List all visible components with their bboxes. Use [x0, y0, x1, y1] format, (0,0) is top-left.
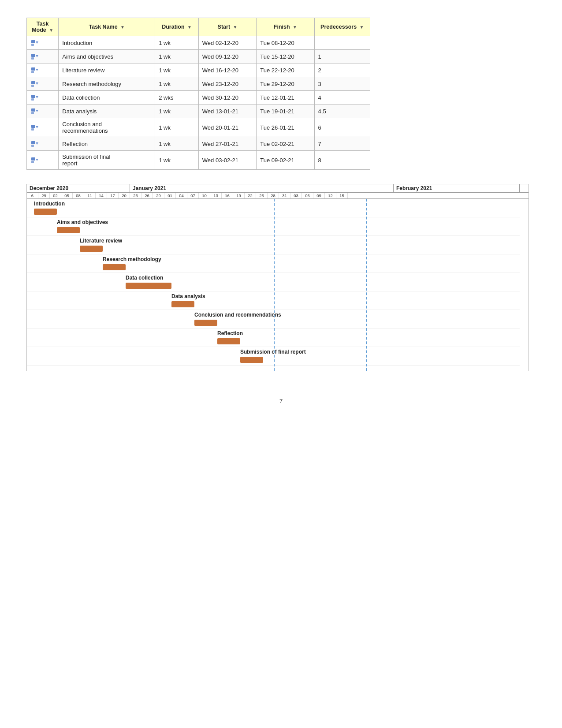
col-header-predecessors: Predecessors ▼: [314, 18, 370, 36]
task-start-cell: Wed 27-01-21: [198, 137, 256, 151]
task-finish-cell: Tue 12-01-21: [257, 91, 314, 105]
gantt-date-cell: 26: [141, 193, 153, 198]
gantt-month-label: February 2021: [394, 184, 520, 192]
gantt-task-label: Aims and objectives: [57, 219, 108, 225]
task-finish-cell: Tue 29-12-20: [257, 77, 314, 91]
task-name-cell: Data collection: [59, 91, 155, 105]
gantt-date-cell: 04: [176, 193, 187, 198]
task-mode-icon: [30, 80, 40, 88]
task-mode-icon: [30, 140, 40, 148]
gantt-task-row: Data analysis▼: [27, 291, 520, 310]
task-predecessors-cell: 6: [314, 118, 370, 137]
task-duration-cell: 1 wk: [155, 137, 199, 151]
gantt-date-cell: 28: [268, 193, 279, 198]
task-start-cell: Wed 02-12-20: [198, 36, 256, 50]
gantt-date-cell: 29: [38, 193, 50, 198]
svg-marker-11: [36, 82, 38, 85]
task-mode-icon: [30, 66, 40, 74]
task-mode-icon: [30, 52, 40, 60]
gantt-task-arrow: ▼: [112, 262, 118, 269]
task-mode-cell: [27, 36, 59, 50]
gantt-task-bar: [240, 357, 263, 363]
gantt-task-row: Data collection▼: [27, 273, 520, 291]
svg-rect-15: [31, 108, 35, 112]
gantt-task-label: Conclusion and recommendations: [194, 312, 281, 318]
gantt-task-label: Data collection: [126, 275, 163, 281]
gantt-chart: December 2020January 2021February 2021 6…: [26, 184, 529, 371]
gantt-table: TaskMode ▼ Task Name ▼ Duration ▼ Start …: [26, 18, 370, 170]
task-name-cell: Reflection: [59, 137, 155, 151]
task-start-cell: Wed 09-12-20: [198, 50, 256, 63]
task-finish-cell: Tue 22-12-20: [257, 63, 314, 77]
task-mode-icon: [30, 93, 40, 101]
svg-marker-8: [36, 69, 38, 71]
gantt-date-cell: 01: [164, 193, 176, 198]
gantt-date-cell: 23: [130, 193, 141, 198]
task-duration-cell: 1 wk: [155, 50, 199, 63]
table-row: Aims and objectives1 wkWed 09-12-20Tue 1…: [27, 50, 370, 63]
gantt-task-label: Research methodology: [103, 256, 161, 262]
task-name-cell: Introduction: [59, 36, 155, 50]
gantt-date-cell: 16: [222, 193, 233, 198]
svg-rect-12: [31, 95, 35, 98]
svg-marker-14: [36, 96, 38, 98]
task-mode-cell: [27, 137, 59, 151]
svg-rect-4: [31, 57, 34, 60]
task-start-cell: Wed 20-01-21: [198, 118, 256, 137]
svg-rect-10: [31, 85, 34, 87]
task-mode-icon: [30, 156, 40, 164]
task-mode-cell: [27, 77, 59, 91]
gantt-month-label: December 2020: [27, 184, 130, 192]
svg-rect-6: [31, 67, 35, 71]
task-mode-cell: [27, 50, 59, 63]
task-duration-cell: 1 wk: [155, 105, 199, 118]
gantt-date-cell: 08: [73, 193, 84, 198]
gantt-task-row: Reflection▼: [27, 329, 520, 347]
svg-rect-19: [31, 128, 34, 131]
gantt-dates-row: 6290205081114172023262901040710131619222…: [27, 193, 529, 199]
gantt-date-cell: 10: [199, 193, 210, 198]
gantt-task-label: Data analysis: [171, 293, 205, 299]
svg-rect-25: [31, 161, 34, 163]
gantt-task-arrow: ▼: [146, 280, 152, 287]
gantt-date-cell: 09: [313, 193, 325, 198]
task-duration-cell: 1 wk: [155, 118, 199, 137]
svg-rect-0: [31, 40, 35, 43]
gantt-date-cell: 07: [187, 193, 199, 198]
svg-rect-7: [31, 71, 34, 73]
task-mode-icon: [30, 123, 40, 131]
task-predecessors-cell: 4,5: [314, 105, 370, 118]
task-finish-cell: Tue 26-01-21: [257, 118, 314, 137]
task-predecessors-cell: 1: [314, 50, 370, 63]
task-mode-cell: [27, 151, 59, 170]
task-duration-cell: 1 wk: [155, 36, 199, 50]
gantt-task-arrow: ▼: [226, 336, 232, 343]
svg-rect-18: [31, 125, 35, 128]
task-finish-cell: Tue 19-01-21: [257, 105, 314, 118]
svg-rect-16: [31, 112, 34, 114]
task-predecessors-cell: 3: [314, 77, 370, 91]
task-mode-cell: [27, 91, 59, 105]
svg-marker-20: [36, 126, 38, 128]
gantt-date-cell: 03: [290, 193, 302, 198]
task-predecessors-cell: 7: [314, 137, 370, 151]
col-header-name: Task Name ▼: [59, 18, 155, 36]
gantt-task-row: Submission of final report: [27, 347, 520, 366]
gantt-task-row: Introduction▼: [27, 199, 520, 217]
svg-rect-13: [31, 98, 34, 101]
gantt-date-cell: 14: [96, 193, 107, 198]
gantt-task-label: Reflection: [217, 330, 243, 336]
gantt-dashed-line: [366, 199, 367, 371]
svg-marker-2: [36, 41, 38, 44]
gantt-task-row: Research methodology▼: [27, 254, 520, 273]
gantt-task-row: Literature review▼: [27, 236, 520, 254]
svg-rect-3: [31, 54, 35, 57]
gantt-date-cell: 19: [233, 193, 245, 198]
task-predecessors-cell: 4: [314, 91, 370, 105]
table-row: Conclusion and recommendations1 wkWed 20…: [27, 118, 370, 137]
svg-rect-22: [31, 145, 34, 147]
task-duration-cell: 2 wks: [155, 91, 199, 105]
col-header-duration: Duration ▼: [155, 18, 199, 36]
table-row: Research methodology1 wkWed 23-12-20Tue …: [27, 77, 370, 91]
gantt-task-arrow: ▼: [180, 299, 186, 306]
